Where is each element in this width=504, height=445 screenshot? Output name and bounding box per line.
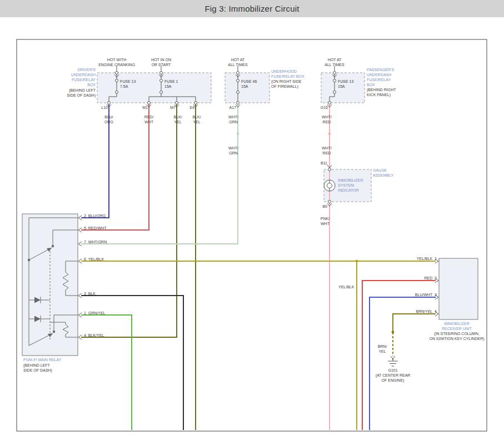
- ground-g101-label: G101: [383, 368, 403, 373]
- wire-label-wht-grn-upper: WHT/ GRN: [223, 114, 243, 124]
- receiver-pin-2-label: RED 2: [398, 276, 437, 281]
- connector-b11: B11: [317, 161, 327, 166]
- receiver-pin-1-label: YEL/BLK 1: [398, 256, 437, 261]
- receiver-pin-3-label: BLU/WHT 3: [398, 292, 437, 297]
- wire-label-blk-yel-e4: BLK/ YEL: [187, 114, 207, 124]
- wire-label-wht-grn-lower: WHT/ GRN: [223, 146, 243, 156]
- wire-red: [362, 281, 436, 430]
- fuse13-driver-label: FUSE 13 7.5A: [120, 79, 136, 89]
- connector-g15: G15: [318, 105, 328, 110]
- splice-brn-yel: [392, 331, 395, 334]
- junction-dots: [237, 133, 395, 334]
- pgm-fi-relay-label: PGM-FI MAIN RELAY: [23, 357, 61, 362]
- connector-m7: M7: [167, 105, 176, 110]
- wire-blk-yel-m7: [81, 103, 177, 337]
- fuse1-label: FUSE 1 15A: [164, 79, 178, 89]
- hot-in-on-or-start-label: HOT IN ON OR START: [139, 57, 183, 67]
- relay-pin-3-label: 3 BLK: [84, 291, 96, 296]
- wire-label-blu-org: BLU/ ORG: [99, 114, 119, 124]
- hot-at-all-times-label-2: HOT AT ALL TIMES: [318, 57, 351, 67]
- ground-symbol: [388, 356, 398, 366]
- connector-e4: E4: [186, 105, 194, 110]
- hot-at-all-times-label-1: HOT AT ALL TIMES: [221, 57, 255, 67]
- underhood-fuse-box-location: (ON RIGHT SIDE OF FIREWALL): [271, 79, 302, 89]
- pgm-fi-relay-location: (BEHIND LEFT SIDE OF DASH): [23, 363, 52, 373]
- splice-wht-grn: [237, 133, 239, 136]
- ground-g101-location: (AT CENTER REAR OF ENGINE): [365, 373, 421, 383]
- immobilizer-receiver-outline: [439, 258, 478, 319]
- passengers-fuse-box-label: PASSENGER'S UNDERDASH FUSE/RELAY BOX: [367, 67, 394, 87]
- drivers-fuse-box-location: (BEHIND LEFT SIDE OF DASH): [51, 88, 96, 98]
- hot-with-engine-cranking-label: HOT WITH ENGINE CRANKING: [92, 57, 142, 67]
- connector-m1: M1: [139, 105, 148, 110]
- relay-pin-6-label: 6 YEL/BLK: [84, 257, 104, 262]
- wire-label-blk-yel-m7: BLK/ YEL: [168, 114, 188, 124]
- drivers-fuse-box-outline: [97, 73, 211, 103]
- relay-pin-1-label: 1 GRN/YEL: [84, 311, 106, 316]
- indicator-bulb-icon: [324, 180, 335, 191]
- wire-label-wht-red-upper: WHT/ RED: [317, 114, 337, 124]
- relay-pin-4-label: 4 BLK/YEL: [84, 333, 104, 338]
- connector-b9: B9: [318, 204, 327, 209]
- underhood-fuse-box-label: UNDERHOOD FUSE/RELAY BOX: [271, 69, 305, 79]
- receiver-pin-arrows: [435, 259, 438, 316]
- wire-blu-wht: [370, 297, 436, 430]
- fuse-and-connector-symbols: [78, 66, 438, 366]
- wire-label-brn-yel: BRN/ YEL: [373, 344, 391, 354]
- relay-pin-2-label: 2 BLU/ORG: [84, 213, 106, 218]
- wire-label-yel-blk-branch: YEL/BLK: [338, 284, 354, 289]
- receiver-pin-4-label: BRN/YEL 4: [398, 309, 437, 314]
- gauge-assembly-label: GAUGE ASSEMBLY: [373, 168, 393, 178]
- wire-label-wht-red-lower: WHT/ RED: [317, 146, 337, 156]
- relay-pin-7-label: 7 WHT/GRN: [84, 239, 107, 244]
- receiver-unit-label: IMMOBILIZER RECEIVER UNIT: [418, 321, 496, 331]
- immobilizer-indicator-label: IMMOBILIZER SYSTEM INDICATOR: [338, 178, 363, 193]
- splice-wht-red: [328, 133, 331, 136]
- connector-l10: L10: [99, 105, 108, 110]
- drivers-fuse-box-label: DRIVER'S UNDERDASH FUSE/RELAY BOX: [51, 67, 96, 87]
- relay-pin-arrows: [78, 216, 82, 339]
- fuse46-label: FUSE 46 15A: [241, 79, 257, 89]
- immobilizer-circuit-page: Fig 3: Immobilizer Circuit: [0, 0, 504, 445]
- passengers-fuse-box-location: (BEHIND RIGHT KICK PANEL): [367, 87, 396, 97]
- wire-label-pnk-wht: PNK/ WHT: [315, 216, 335, 226]
- connector-a17: A17: [226, 105, 236, 110]
- receiver-unit-location: (IN STEERING COLUMN, ON IGNITION KEY CYL…: [418, 331, 496, 341]
- wire-blk: [81, 296, 183, 430]
- fuse13-passenger-label: FUSE 13 15A: [338, 79, 353, 89]
- relay-pin-5-label: 5 RED/WHT: [84, 226, 106, 231]
- junction-yel-blk: [356, 260, 358, 263]
- wire-label-red-wht: RED/ WHT: [139, 114, 159, 124]
